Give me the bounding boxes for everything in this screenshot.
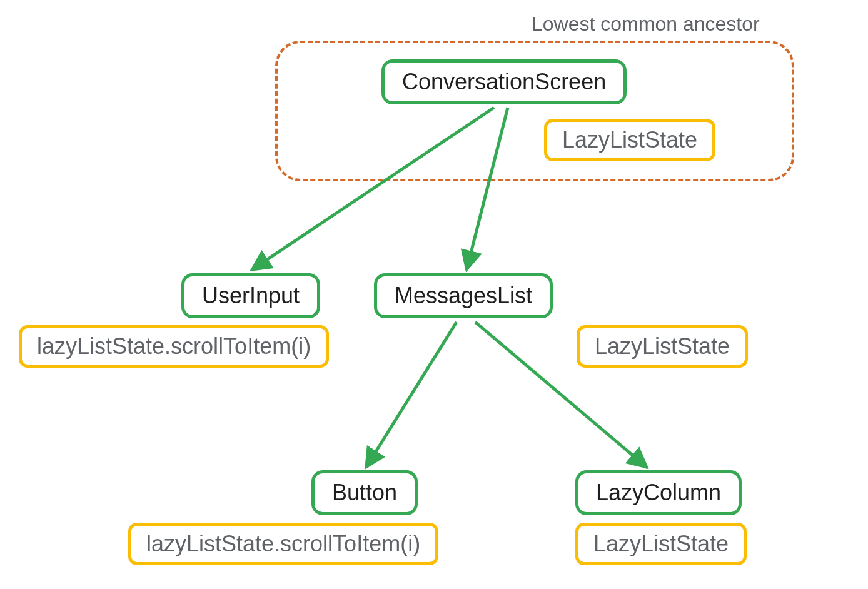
node-lazy-column: LazyColumn <box>575 470 742 515</box>
action-user-input: lazyListState.scrollToItem(i) <box>19 325 329 368</box>
node-conversation-screen: ConversationScreen <box>381 59 627 104</box>
node-messages-list: MessagesList <box>374 273 553 318</box>
svg-line-2 <box>366 322 457 468</box>
action-button: lazyListState.scrollToItem(i) <box>128 523 438 565</box>
state-lazy-column: LazyListState <box>575 523 747 565</box>
state-messages-list: LazyListState <box>577 325 748 368</box>
caption-lowest-common-ancestor: Lowest common ancestor <box>532 13 760 36</box>
node-user-input: UserInput <box>181 273 320 318</box>
state-conversation-screen: LazyListState <box>544 119 715 161</box>
node-button: Button <box>311 470 418 515</box>
